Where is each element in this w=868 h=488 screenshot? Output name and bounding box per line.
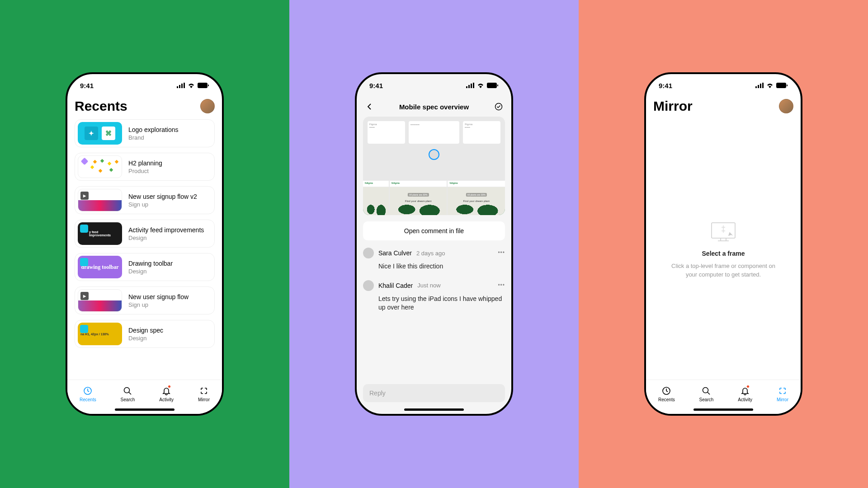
mirror-icon [199, 386, 209, 396]
page-title: Mirror [653, 99, 693, 114]
file-name: Drawing toolbar [128, 260, 173, 267]
svg-point-7 [124, 387, 130, 393]
home-indicator[interactable] [115, 408, 175, 411]
battery-icon [776, 83, 788, 88]
file-name: Activity feed improvements [128, 226, 204, 234]
comment-body: Lets try using the iPad icons I have whi… [378, 295, 505, 312]
page-title: Recents [75, 99, 127, 114]
file-card[interactable]: ▶ New user signup flow v2 Sign up [75, 186, 215, 214]
cellular-icon [755, 83, 764, 88]
frame-illustration-icon [707, 220, 740, 245]
phone-recents: 9:41 Recents ✦⌘ Logo explorations [66, 72, 224, 416]
svg-rect-9 [468, 85, 470, 88]
file-project: Design [128, 268, 173, 275]
tab-search[interactable]: Search [121, 386, 135, 402]
file-card[interactable]: ✦⌘ Logo explorations Brand [75, 119, 215, 147]
svg-rect-17 [760, 84, 761, 88]
comment-body: Nice I like this direction [378, 262, 505, 271]
back-button[interactable] [363, 100, 376, 113]
file-thumbnail: ✦⌘ [78, 122, 122, 145]
home-indicator[interactable] [404, 408, 464, 411]
preview-brand: foligma [390, 181, 447, 187]
preview-promo: All plants are 30% [408, 193, 429, 197]
notification-badge [746, 385, 750, 388]
tab-label: Mirror [777, 397, 788, 402]
empty-state-title: Select a frame [702, 250, 745, 257]
file-thumbnail: y feedimprovements [78, 222, 122, 245]
svg-rect-11 [473, 83, 474, 88]
svg-rect-13 [497, 84, 498, 86]
header: Mirror [653, 97, 793, 119]
tab-label: Search [699, 397, 714, 402]
comment-more-button[interactable]: ••• [498, 249, 505, 256]
notification-badge [168, 385, 171, 388]
preview-brand: foligma [448, 181, 505, 187]
status-bar: 9:41 [646, 74, 801, 97]
panel-comments: 9:41 Mobile spec overview Figma━━━ ━━━━━ [289, 0, 579, 488]
svg-rect-5 [208, 84, 209, 86]
file-name: H2 planning [128, 160, 162, 167]
search-icon [123, 386, 132, 396]
comment-avatar[interactable] [363, 280, 374, 291]
status-indicators [466, 83, 499, 88]
status-indicators [755, 83, 788, 88]
clock-icon [661, 386, 671, 396]
content: Mirror Select a frame Click a top-level … [646, 97, 801, 380]
svg-rect-0 [177, 86, 178, 88]
avatar[interactable] [779, 99, 793, 113]
open-comment-button[interactable]: Open comment in file [363, 221, 505, 240]
tab-search[interactable]: Search [699, 386, 714, 402]
nav-title: Mobile spec overview [399, 103, 469, 111]
tab-recents[interactable]: Recents [658, 386, 675, 402]
file-project: Design [128, 335, 163, 342]
svg-rect-16 [758, 85, 759, 88]
battery-icon [487, 83, 499, 88]
empty-state-subtitle: Click a top-level frame or component on … [669, 262, 778, 279]
file-thumbnail: na H1, 42px / 130% [78, 323, 122, 345]
file-card[interactable]: y feedimprovements Activity feed improve… [75, 220, 215, 248]
comment: Khalil Cader Just now ••• Lets try using… [363, 280, 505, 312]
comment-avatar[interactable] [363, 248, 374, 258]
svg-rect-10 [471, 84, 472, 88]
file-project: Sign up [128, 201, 197, 208]
file-name: Design spec [128, 327, 163, 334]
comment-more-button[interactable]: ••• [498, 282, 505, 288]
header: Recents [75, 97, 215, 119]
tab-mirror[interactable]: Mirror [777, 386, 788, 402]
tab-label: Activity [159, 397, 174, 402]
tab-label: Search [121, 397, 135, 402]
resolve-button[interactable] [492, 100, 505, 113]
battery-icon [198, 83, 209, 88]
file-card[interactable]: drawing toolbar Drawing toolbar Design [75, 253, 215, 281]
svg-rect-2 [181, 84, 183, 88]
comment-author: Khalil Cader [378, 282, 413, 289]
file-project: Brand [128, 134, 179, 141]
tab-mirror[interactable]: Mirror [198, 386, 210, 402]
file-project: Sign up [128, 301, 189, 308]
svg-rect-15 [755, 86, 757, 88]
panel-recents: 9:41 Recents ✦⌘ Logo explorations [0, 0, 289, 488]
empty-state: Select a frame Click a top-level frame o… [653, 119, 793, 380]
home-indicator[interactable] [693, 408, 753, 411]
reply-input[interactable]: Reply [363, 384, 505, 402]
canvas-preview[interactable]: Figma━━━ ━━━━━ Figma━━━ foligma foligma … [363, 117, 505, 215]
svg-rect-20 [787, 84, 788, 86]
file-project: Product [128, 168, 162, 174]
file-thumbnail: ▶ [78, 189, 122, 211]
comment-author: Sara Culver [378, 249, 412, 257]
clock-icon [83, 386, 93, 396]
svg-rect-12 [487, 83, 497, 88]
phone-comments: 9:41 Mobile spec overview Figma━━━ ━━━━━ [355, 72, 513, 416]
cellular-icon [177, 83, 185, 88]
preview-hero: Find your dream plant [405, 200, 431, 202]
file-card[interactable]: na H1, 42px / 130% Design spec Design [75, 320, 215, 348]
tab-activity[interactable]: Activity [159, 386, 174, 402]
status-indicators [177, 83, 209, 88]
file-card[interactable]: H2 planning Product [75, 153, 215, 181]
status-bar: 9:41 [357, 74, 511, 97]
avatar[interactable] [200, 99, 215, 113]
file-card[interactable]: ▶ New user signup flow Sign up [75, 286, 215, 314]
tab-activity[interactable]: Activity [738, 386, 752, 402]
tab-recents[interactable]: Recents [80, 386, 96, 402]
tab-label: Recents [80, 397, 96, 402]
